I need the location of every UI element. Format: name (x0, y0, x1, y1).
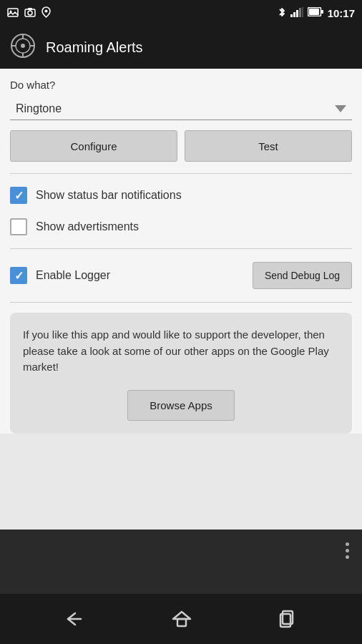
recents-button[interactable] (278, 610, 297, 628)
battery-icon (308, 7, 323, 19)
send-debug-log-button[interactable]: Send Debug Log (253, 262, 352, 289)
svg-rect-6 (290, 14, 293, 17)
advertisements-label: Show advertisments (36, 220, 139, 233)
notifications-row: Show status bar notifications (10, 180, 352, 211)
gallery-icon (7, 7, 19, 19)
bluetooth-icon (278, 6, 286, 20)
promo-box: If you like this app and would like to s… (10, 313, 352, 434)
promo-button-row: Browse Apps (23, 390, 339, 421)
browse-apps-button[interactable]: Browse Apps (127, 390, 235, 421)
section-label: Do what? (10, 79, 352, 91)
svg-rect-23 (177, 619, 186, 626)
svg-rect-7 (293, 12, 295, 17)
divider-3 (10, 302, 352, 303)
chevron-down-icon (335, 105, 346, 112)
promo-text: If you like this app and would like to s… (23, 327, 339, 376)
status-bar: 10:17 (0, 0, 362, 26)
more-options-button[interactable] (343, 540, 352, 562)
svg-rect-12 (321, 10, 323, 14)
dot-icon-1 (346, 542, 349, 546)
enable-logger-label: Enable Logger (36, 269, 110, 282)
notifications-label: Show status bar notifications (36, 189, 182, 202)
advertisements-row: Show advertisments (10, 211, 352, 243)
svg-rect-10 (302, 7, 303, 17)
svg-rect-0 (8, 9, 18, 16)
bottom-bar (0, 530, 362, 594)
notifications-checkbox[interactable] (10, 187, 27, 204)
test-button[interactable]: Test (185, 130, 352, 162)
status-time: 10:17 (328, 7, 355, 19)
configure-button[interactable]: Configure (10, 130, 177, 162)
svg-rect-4 (28, 8, 32, 10)
svg-rect-8 (296, 10, 298, 17)
buttons-row: Configure Test (10, 130, 352, 162)
app-bar-icon (10, 33, 36, 62)
dot-icon-3 (346, 555, 349, 559)
divider-1 (10, 173, 352, 174)
logger-left: Enable Logger (10, 267, 110, 284)
home-button[interactable] (172, 610, 192, 628)
camera-icon (24, 7, 36, 19)
svg-point-3 (28, 11, 32, 15)
svg-marker-22 (173, 612, 190, 619)
location-icon (41, 6, 51, 20)
ringtone-dropdown[interactable]: Ringtone (10, 97, 352, 120)
advertisements-checkbox[interactable] (10, 218, 27, 235)
app-bar-title: Roaming Alerts (46, 39, 143, 56)
status-icons-right: 10:17 (278, 6, 355, 20)
svg-point-20 (21, 44, 25, 48)
status-icons-left (7, 6, 51, 20)
nav-bar (0, 594, 362, 644)
main-content: Do what? Ringtone Configure Test Show st… (0, 69, 362, 434)
back-button[interactable] (65, 610, 85, 628)
svg-rect-9 (299, 8, 301, 17)
enable-logger-checkbox[interactable] (10, 267, 27, 284)
app-bar: Roaming Alerts (0, 26, 362, 69)
logger-row: Enable Logger Send Debug Log (10, 255, 352, 296)
svg-rect-13 (309, 9, 319, 15)
dropdown-value: Ringtone (16, 102, 62, 115)
dot-icon-2 (346, 549, 349, 552)
signal-icon (290, 7, 303, 19)
svg-point-5 (45, 9, 48, 12)
divider-2 (10, 248, 352, 249)
